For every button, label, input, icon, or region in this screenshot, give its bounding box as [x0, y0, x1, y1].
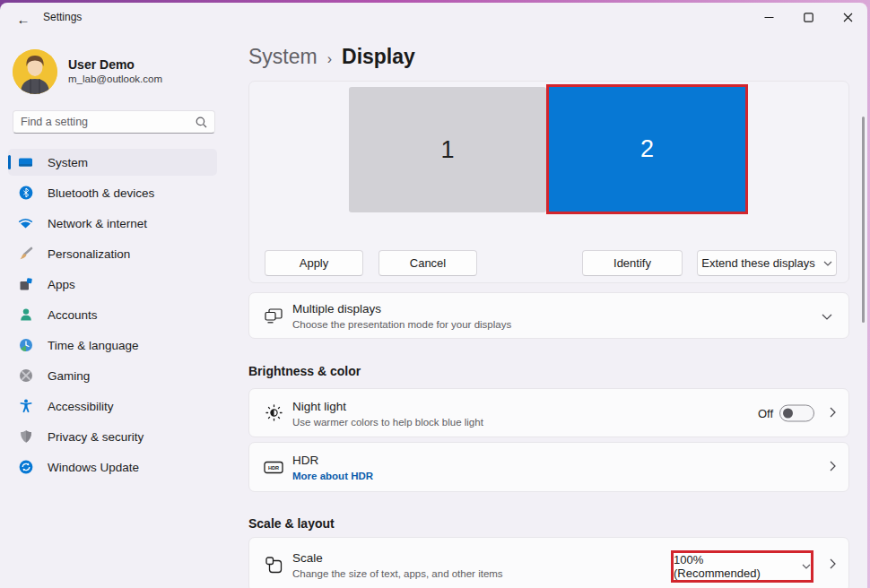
night-light-subtitle: Use warmer colors to help block blue lig…: [292, 416, 483, 427]
chevron-right-icon: [830, 558, 836, 569]
sidebar-item-personalization[interactable]: Personalization: [8, 240, 217, 267]
breadcrumb: System › Display: [248, 45, 415, 69]
search-box[interactable]: [13, 110, 215, 134]
night-light-state-label: Off: [758, 406, 773, 419]
sidebar-item-label: System: [48, 156, 88, 169]
sidebar-item-apps[interactable]: Apps: [8, 271, 217, 298]
scale-expand-button[interactable]: [830, 557, 836, 573]
scale-dropdown[interactable]: 100% (Recommended): [671, 550, 813, 583]
sidebar-item-accounts[interactable]: Accounts: [8, 301, 217, 328]
sidebar-item-label: Accessibility: [48, 400, 114, 413]
multiple-displays-text: Multiple displays Choose the presentatio…: [292, 302, 511, 330]
identify-button[interactable]: Identify: [582, 250, 683, 276]
sidebar-item-label: Gaming: [48, 369, 90, 383]
monitor-1-number: 1: [440, 136, 454, 164]
sidebar-item-privacy-security[interactable]: Privacy & security: [8, 423, 217, 450]
breadcrumb-separator-icon: ›: [327, 51, 332, 67]
svg-text:HDR: HDR: [268, 465, 279, 471]
monitor-2-number: 2: [640, 135, 654, 163]
sidebar-item-label: Windows Update: [48, 461, 139, 474]
avatar[interactable]: [13, 49, 57, 94]
section-header-scale-layout: Scale & layout: [248, 516, 335, 531]
back-button[interactable]: ←: [11, 9, 36, 29]
sidebar-item-label: Privacy & security: [48, 430, 144, 444]
scale-icon: [264, 538, 283, 588]
scrollbar[interactable]: [862, 117, 865, 323]
hdr-more-link[interactable]: More about HDR: [292, 471, 373, 481]
toggle-knob: [783, 408, 793, 418]
sidebar-item-label: Bluetooth & devices: [48, 186, 154, 200]
monitor-2-annotation-highlight: 2: [546, 84, 748, 214]
sidebar: User Demo m_lab@outlook.com System: [0, 33, 233, 588]
sidebar-item-gaming[interactable]: Gaming: [8, 362, 217, 389]
sidebar-item-label: Accounts: [48, 308, 98, 322]
chevron-down-icon: [802, 564, 811, 569]
night-light-text: Night light Use warmer colors to help bl…: [292, 399, 483, 427]
hdr-expand-button[interactable]: [830, 459, 836, 475]
extend-displays-dropdown[interactable]: Extend these displays: [697, 250, 837, 276]
night-light-title: Night light: [292, 399, 483, 412]
personalization-icon: [18, 246, 33, 262]
extend-displays-label: Extend these displays: [701, 256, 814, 270]
night-light-icon: [264, 389, 283, 437]
hdr-icon: HDR: [264, 443, 283, 491]
back-arrow-icon: ←: [17, 12, 30, 27]
settings-window: ← Settings User Demo m_la: [0, 3, 867, 588]
profile-email: m_lab@outlook.com: [68, 74, 162, 84]
bluetooth-icon: [18, 186, 33, 201]
night-light-expand-button[interactable]: [830, 405, 836, 421]
sidebar-item-windows-update[interactable]: Windows Update: [8, 454, 217, 480]
avatar-image: [13, 49, 57, 94]
scale-title: Scale: [292, 551, 503, 565]
sidebar-item-bluetooth-devices[interactable]: Bluetooth & devices: [8, 179, 217, 206]
network-icon: [18, 216, 33, 231]
cancel-button[interactable]: Cancel: [378, 250, 477, 276]
night-light-row[interactable]: Night light Use warmer colors to help bl…: [248, 388, 849, 437]
gaming-icon: [18, 368, 33, 384]
accessibility-icon: [18, 399, 33, 414]
apply-button[interactable]: Apply: [265, 250, 363, 276]
breadcrumb-parent[interactable]: System: [248, 45, 318, 69]
chevron-right-icon: [830, 461, 836, 471]
display-arrangement-panel: 1 2 Apply Cancel Identify Extend these d…: [248, 81, 849, 283]
accounts-icon: [18, 307, 33, 323]
section-header-brightness: Brightness & color: [248, 364, 361, 378]
search-icon: [196, 117, 207, 128]
privacy-security-icon: [18, 429, 33, 445]
identify-button-label: Identify: [613, 256, 651, 270]
sidebar-item-time-language[interactable]: Time & language: [8, 332, 217, 359]
monitor-1[interactable]: 1: [349, 87, 546, 212]
sidebar-item-label: Personalization: [48, 247, 130, 261]
multiple-displays-row[interactable]: Multiple displays Choose the presentatio…: [248, 292, 849, 339]
monitor-2[interactable]: 2: [549, 87, 745, 212]
cancel-button-label: Cancel: [410, 256, 446, 270]
sidebar-item-accessibility[interactable]: Accessibility: [8, 393, 217, 419]
expand-button[interactable]: [822, 307, 832, 324]
profile-name: User Demo: [68, 57, 135, 72]
selected-accent-pill: [8, 155, 11, 169]
scale-row[interactable]: Scale Change the size of text, apps, and…: [248, 537, 849, 588]
time-language-icon: [18, 338, 33, 353]
sidebar-item-label: Apps: [48, 278, 75, 291]
sidebar-item-system[interactable]: System: [8, 149, 217, 176]
system-icon: [18, 155, 33, 170]
multiple-displays-title: Multiple displays: [292, 302, 511, 316]
apply-button-label: Apply: [300, 256, 329, 270]
chevron-down-icon: [822, 314, 832, 320]
hdr-title: HDR: [292, 454, 373, 467]
hdr-row[interactable]: HDR HDR More about HDR: [248, 442, 849, 492]
multiple-displays-icon: [264, 293, 283, 338]
multiple-displays-subtitle: Choose the presentation mode for your di…: [292, 319, 511, 330]
sidebar-nav: System Bluetooth & devices Network & int…: [8, 149, 217, 484]
sidebar-item-label: Network & internet: [48, 217, 147, 230]
apps-icon: [18, 277, 33, 292]
night-light-toggle[interactable]: [779, 404, 814, 421]
window-title: Settings: [43, 11, 82, 23]
search-input[interactable]: [21, 116, 196, 128]
chevron-down-icon: [823, 261, 832, 266]
page-title: Display: [342, 45, 415, 69]
sidebar-item-network-internet[interactable]: Network & internet: [8, 210, 217, 237]
main-content: System › Display 1 2 Apply Cancel Identi…: [233, 3, 867, 588]
chevron-right-icon: [830, 407, 836, 418]
scale-text: Scale Change the size of text, apps, and…: [292, 551, 503, 579]
